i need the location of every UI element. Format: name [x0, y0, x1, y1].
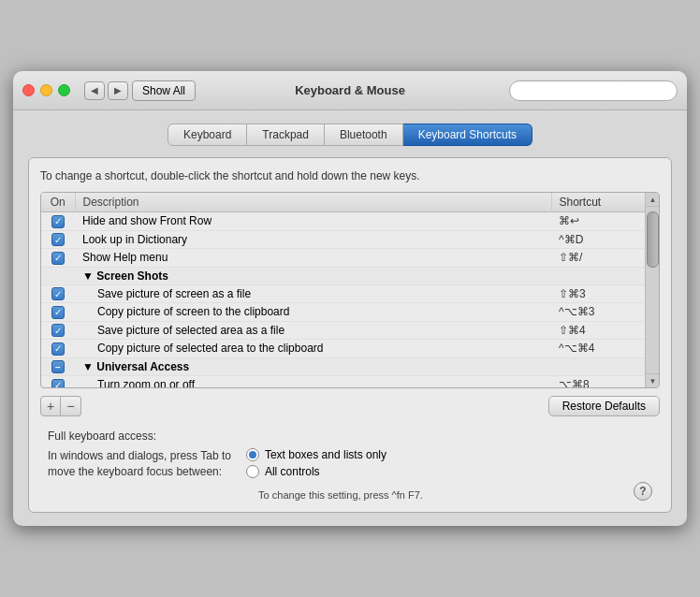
category-label: ▼ Screen Shots	[75, 267, 645, 284]
table-row-category: ▼ Screen Shots	[41, 267, 645, 284]
checkbox-cell[interactable]: ✓	[41, 321, 75, 340]
hint-text: To change a shortcut, double-click the s…	[40, 169, 660, 182]
minimize-button[interactable]	[40, 84, 52, 96]
table-row: ✓ Look up in Dictionary ^⌘D	[41, 230, 645, 249]
traffic-lights	[22, 84, 70, 96]
radio-options: Text boxes and lists only All controls	[246, 448, 386, 478]
col-header-on: On	[41, 193, 75, 212]
checkbox[interactable]: ✓	[51, 379, 65, 388]
radio-allcontrols-label: All controls	[265, 465, 320, 478]
radio-textboxes-label: Text boxes and lists only	[265, 448, 386, 461]
add-remove-buttons: + −	[40, 396, 81, 416]
table-row: ✓ Copy picture of screen to the clipboar…	[41, 303, 645, 322]
shortcuts-table: On Description Shortcut ✓ Hid	[41, 193, 645, 387]
desc-cell: Hide and show Front Row	[75, 212, 551, 231]
radio-textboxes[interactable]	[246, 448, 259, 461]
content-area: Keyboard Trackpad Bluetooth Keyboard Sho…	[13, 110, 687, 526]
checkbox[interactable]: ✓	[51, 342, 65, 356]
desc-cell: Save picture of screen as a file	[75, 284, 551, 303]
add-button[interactable]: +	[40, 396, 61, 416]
radio-inner-dot	[249, 451, 256, 459]
shortcut-cell: ⇧⌘3	[551, 284, 645, 303]
checkbox-dash[interactable]: −	[51, 360, 65, 373]
checkbox-cell[interactable]: ✓	[41, 230, 75, 249]
desc-cell: Show Help menu	[75, 249, 551, 268]
maximize-button[interactable]	[58, 84, 70, 96]
keyboard-access-row: In windows and dialogs, press Tab to mov…	[48, 448, 652, 480]
shortcut-cell: ^⌥⌘3	[551, 303, 645, 322]
checkbox[interactable]: ✓	[51, 324, 65, 337]
tab-trackpad[interactable]: Trackpad	[247, 124, 325, 146]
checkbox-cell	[41, 267, 75, 284]
checkbox-cell-dash[interactable]: −	[41, 357, 75, 376]
checkbox-cell[interactable]: ✓	[41, 303, 75, 322]
checkbox-cell[interactable]: ✓	[41, 376, 75, 388]
desc-cell: Copy picture of screen to the clipboard	[75, 303, 551, 322]
shortcut-cell: ^⌥⌘4	[551, 340, 645, 358]
ka-desc-line2: move the keyboard focus between:	[48, 465, 222, 478]
table-row: ✓ Copy picture of selected area to the c…	[41, 340, 645, 358]
checkbox[interactable]: ✓	[51, 215, 65, 228]
shortcut-cell: ⇧⌘/	[551, 249, 645, 268]
checkbox[interactable]: ✓	[51, 252, 65, 265]
titlebar: ◀ ▶ Show All Keyboard & Mouse 🔍	[13, 71, 687, 110]
nav-buttons: ◀ ▶	[84, 81, 128, 100]
keyboard-access-desc: In windows and dialogs, press Tab to mov…	[48, 448, 231, 480]
ka-desc-line1: In windows and dialogs, press Tab to	[48, 449, 231, 462]
tab-keyboard[interactable]: Keyboard	[168, 124, 247, 146]
table-row: ✓ Save picture of screen as a file ⇧⌘3	[41, 284, 645, 303]
checkbox-cell[interactable]: ✓	[41, 212, 75, 231]
col-header-desc: Description	[75, 193, 551, 212]
table-row-category: − ▼ Universal Access	[41, 357, 645, 376]
back-button[interactable]: ◀	[84, 81, 105, 100]
desc-cell: Look up in Dictionary	[75, 230, 551, 249]
show-all-button[interactable]: Show All	[132, 80, 196, 101]
keyboard-access-section: Full keyboard access: In windows and dia…	[40, 430, 660, 501]
shortcut-cell: ⌘↩	[551, 212, 645, 231]
table-row: ✓ Hide and show Front Row ⌘↩	[41, 212, 645, 231]
main-window: ◀ ▶ Show All Keyboard & Mouse 🔍 Keyboard…	[13, 71, 687, 526]
search-input[interactable]	[509, 80, 678, 101]
scroll-down-arrow[interactable]: ▼	[646, 373, 660, 387]
search-wrap: 🔍	[509, 80, 678, 101]
tab-shortcuts[interactable]: Keyboard Shortcuts	[403, 124, 532, 146]
shortcut-cell: ^⌘D	[551, 230, 645, 249]
checkbox[interactable]: ✓	[51, 306, 65, 319]
desc-cell: Save picture of selected area as a file	[75, 321, 551, 340]
window-title: Keyboard & Mouse	[295, 83, 405, 97]
inner-panel: To change a shortcut, double-click the s…	[28, 157, 672, 513]
checkbox[interactable]: ✓	[51, 287, 65, 300]
keyboard-access-title: Full keyboard access:	[48, 430, 652, 443]
table-row: ✓ Turn zoom on or off ⌥⌘8	[41, 376, 645, 388]
shortcuts-table-container: On Description Shortcut ✓ Hid	[40, 192, 660, 388]
table-scroll[interactable]: On Description Shortcut ✓ Hid	[41, 193, 645, 387]
checkbox-cell[interactable]: ✓	[41, 340, 75, 358]
remove-button[interactable]: −	[61, 396, 81, 416]
category-label: ▼ Universal Access	[75, 357, 645, 376]
radio-allcontrols[interactable]	[246, 465, 259, 478]
close-button[interactable]	[22, 84, 35, 96]
desc-cell: Copy picture of selected area to the cli…	[75, 340, 551, 358]
tab-bluetooth[interactable]: Bluetooth	[325, 124, 403, 146]
desc-cell: Turn zoom on or off	[75, 376, 551, 388]
shortcut-cell: ⌥⌘8	[551, 376, 645, 388]
scrollbar[interactable]: ▲ ▼	[645, 193, 659, 387]
shortcut-cell: ⇧⌘4	[551, 321, 645, 340]
checkbox-cell[interactable]: ✓	[41, 284, 75, 303]
scroll-up-arrow[interactable]: ▲	[646, 193, 660, 207]
radio-option-textboxes: Text boxes and lists only	[246, 448, 386, 461]
table-row: ✓ Show Help menu ⇧⌘/	[41, 249, 645, 268]
table-row: ✓ Save picture of selected area as a fil…	[41, 321, 645, 340]
ka-bottom-row: To change this setting, press ^fn F7. ?	[48, 484, 652, 501]
restore-defaults-button[interactable]: Restore Defaults	[548, 396, 660, 416]
radio-option-allcontrols: All controls	[246, 465, 386, 478]
table-bottom-bar: + − Restore Defaults	[40, 396, 660, 416]
checkbox[interactable]: ✓	[51, 233, 65, 246]
keyboard-access-note: To change this setting, press ^fn F7.	[48, 489, 634, 501]
col-header-shortcut: Shortcut	[551, 193, 645, 212]
checkbox-cell[interactable]: ✓	[41, 249, 75, 268]
scrollbar-thumb[interactable]	[647, 211, 659, 268]
help-button[interactable]: ?	[634, 482, 652, 501]
forward-button[interactable]: ▶	[108, 81, 128, 100]
tab-bar: Keyboard Trackpad Bluetooth Keyboard Sho…	[28, 124, 672, 146]
